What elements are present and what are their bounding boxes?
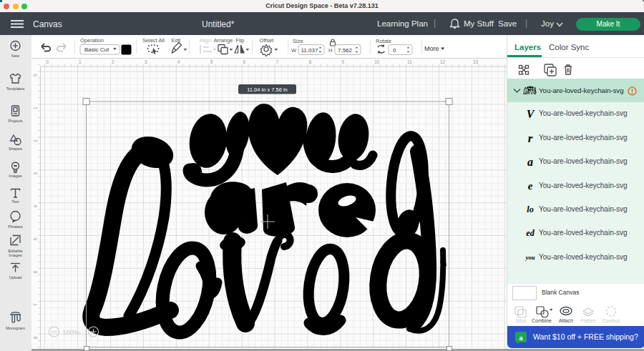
svg-text:Basic Cut: Basic Cut [84, 46, 109, 53]
svg-text:W: W [291, 47, 297, 54]
svg-text:7: 7 [276, 59, 279, 64]
svg-text:Attach: Attach [559, 318, 573, 323]
svg-text:8: 8 [308, 59, 311, 64]
svg-text:11.04 in x 7.56 in: 11.04 in x 7.56 in [247, 86, 288, 93]
svg-text:Images: Images [9, 253, 22, 257]
svg-text:Offset: Offset [260, 37, 275, 44]
svg-text:6: 6 [243, 59, 246, 64]
svg-text:Flip: Flip [235, 37, 244, 44]
svg-text:Rotate: Rotate [376, 38, 391, 44]
svg-text:5: 5 [210, 59, 213, 64]
svg-text:3: 3 [145, 59, 147, 64]
svg-text:0: 0 [393, 47, 396, 54]
svg-text:Shapes: Shapes [9, 147, 22, 151]
svg-text:Select All: Select All [142, 37, 165, 44]
svg-text:Align: Align [200, 37, 212, 44]
svg-text:Templates: Templates [6, 86, 25, 91]
svg-text:4: 4 [177, 59, 180, 64]
svg-text:Flatten: Flatten [580, 318, 596, 323]
svg-text:0: 0 [33, 74, 38, 76]
svg-text:Operation: Operation [80, 37, 104, 44]
svg-text:8: 8 [33, 336, 38, 339]
svg-text:Text: Text [11, 199, 19, 204]
svg-text:9: 9 [341, 59, 344, 64]
svg-text:New: New [11, 54, 20, 58]
svg-text:7: 7 [33, 303, 38, 306]
svg-text:Edit: Edit [172, 37, 182, 44]
svg-text:Projects: Projects [8, 119, 22, 123]
svg-text:Size: Size [293, 38, 303, 44]
svg-text:1: 1 [33, 107, 38, 109]
svg-text:6: 6 [33, 270, 38, 273]
svg-text:Slice: Slice [515, 318, 526, 323]
svg-text:More: More [424, 45, 439, 52]
svg-text:5: 5 [33, 238, 38, 241]
svg-text:Images: Images [9, 174, 22, 178]
svg-text:2: 2 [112, 59, 114, 64]
svg-text:Editable: Editable [8, 249, 22, 253]
svg-text:12: 12 [440, 59, 446, 64]
svg-text:Contour: Contour [602, 318, 621, 323]
svg-text:Arrange: Arrange [214, 37, 233, 44]
svg-text:4: 4 [33, 205, 38, 208]
svg-text:2: 2 [33, 139, 38, 142]
svg-text:Phrases: Phrases [8, 224, 23, 229]
svg-text:7.562: 7.562 [338, 47, 353, 54]
svg-text:1: 1 [79, 59, 82, 64]
svg-text:0: 0 [46, 59, 49, 64]
svg-text:100%: 100% [62, 328, 80, 336]
svg-text:a: a [519, 334, 523, 341]
svg-text:11.037: 11.037 [301, 47, 318, 54]
svg-text:13: 13 [473, 59, 479, 64]
svg-text:Combine: Combine [532, 318, 552, 323]
svg-text:11: 11 [407, 59, 412, 64]
svg-text:Upload: Upload [9, 275, 22, 280]
svg-text:H: H [328, 47, 332, 54]
svg-text:3: 3 [33, 172, 38, 175]
svg-text:10: 10 [374, 59, 380, 64]
svg-text:Monogram: Monogram [6, 326, 25, 330]
